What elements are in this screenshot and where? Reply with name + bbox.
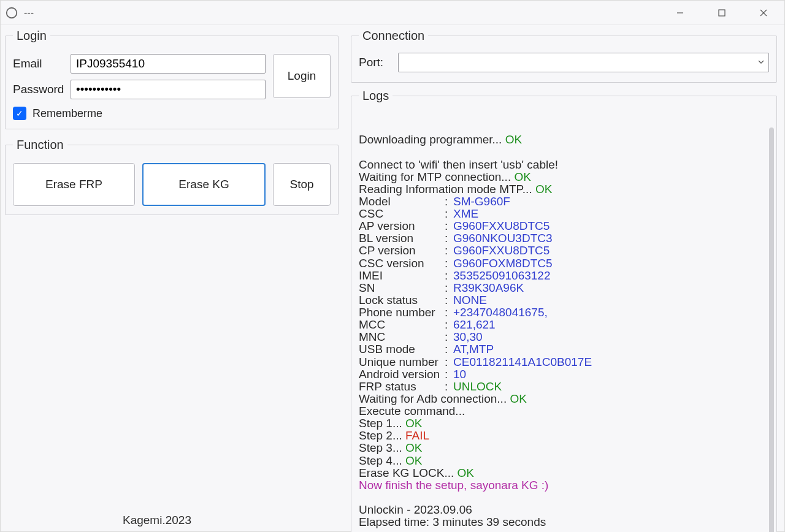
svg-rect-2	[719, 10, 725, 16]
log-line: Now finish the setup, sayonara KG :)	[359, 479, 767, 492]
log-line: SN: R39K30A96K	[359, 282, 767, 294]
log-line: Step 1... OK	[359, 417, 767, 430]
erase-kg-button[interactable]: Erase KG	[142, 163, 266, 206]
log-line: Reading Information mode MTP... OK	[359, 183, 767, 196]
right-column: Connection Port: Logs Downloading progra…	[351, 29, 781, 532]
log-line: Downloading programmer... OK	[359, 134, 767, 146]
log-line: Execute command...	[359, 405, 767, 417]
log-line: CSC: XME	[359, 208, 767, 220]
erase-frp-button[interactable]: Erase FRP	[13, 163, 135, 206]
remember-label: Rememberme	[33, 107, 102, 120]
logs-legend: Logs	[359, 89, 392, 103]
function-legend: Function	[13, 138, 67, 152]
logs-group: Logs Downloading programmer... OK Connec…	[351, 89, 777, 532]
connection-group: Connection Port:	[351, 29, 777, 83]
log-line	[359, 146, 767, 158]
log-line: Unlockin - 2023.09.06	[359, 504, 767, 516]
log-line: USB mode: AT,MTP	[359, 343, 767, 355]
email-input[interactable]	[71, 54, 266, 74]
content-area: Login Email Password Login	[1, 25, 784, 532]
window-title: ---	[24, 7, 34, 18]
email-label: Email	[13, 57, 64, 70]
log-line: Erase KG LOCK... OK	[359, 467, 767, 479]
stop-button[interactable]: Stop	[273, 163, 331, 206]
scrollbar[interactable]	[769, 127, 774, 532]
login-button[interactable]: Login	[273, 54, 331, 98]
minimize-button[interactable]	[659, 1, 701, 25]
log-line: AP version: G960FXXU8DTC5	[359, 220, 767, 232]
login-group: Login Email Password Login	[5, 29, 339, 129]
function-group: Function Erase FRP Erase KG Stop	[5, 138, 339, 215]
log-line: Step 3... OK	[359, 442, 767, 454]
log-line: BL version: G960NKOU3DTC3	[359, 232, 767, 245]
maximize-button[interactable]	[701, 1, 743, 25]
log-line: Waiting for Adb connection... OK	[359, 393, 767, 405]
log-line: Unique number: CE011821141A1C0B017E	[359, 356, 767, 368]
log-line	[359, 492, 767, 504]
left-column: Login Email Password Login	[1, 29, 339, 532]
app-window: --- Login Email	[0, 0, 785, 532]
connection-legend: Connection	[359, 29, 428, 43]
log-line: MCC: 621,621	[359, 319, 767, 331]
logs-output[interactable]: Downloading programmer... OK Connect to …	[359, 109, 774, 532]
log-line: Android version: 10	[359, 368, 767, 381]
log-line: CSC version: G960FOXM8DTC5	[359, 257, 767, 270]
log-line: MNC: 30,30	[359, 331, 767, 343]
password-label: Password	[13, 83, 64, 96]
log-line: IMEI: 353525091063122	[359, 270, 767, 282]
log-line: Waiting for MTP connection... OK	[359, 171, 767, 183]
password-input[interactable]	[71, 80, 266, 99]
footer-text: Kagemi.2023	[123, 514, 191, 527]
remember-checkbox[interactable]: ✓	[13, 107, 26, 120]
log-line: CP version: G960FXXU8DTC5	[359, 245, 767, 257]
log-line: Phone number: +2347048041675,	[359, 306, 767, 319]
chevron-down-icon	[757, 57, 765, 68]
window-controls	[659, 1, 784, 25]
log-line: FRP status: UNLOCK	[359, 381, 767, 393]
log-line: Model: SM-G960F	[359, 196, 767, 208]
close-button[interactable]	[743, 1, 784, 25]
log-line: Lock status: NONE	[359, 294, 767, 306]
login-legend: Login	[13, 29, 50, 43]
log-line: Elapsed time: 3 minutes 39 seconds	[359, 516, 767, 528]
log-line: Connect to 'wifi' then insert 'usb' cabl…	[359, 159, 767, 171]
port-label: Port:	[359, 56, 388, 69]
port-combobox[interactable]	[398, 53, 769, 72]
svg-point-0	[7, 7, 17, 18]
log-line: Step 4... OK	[359, 455, 767, 467]
app-icon	[3, 4, 20, 21]
remember-me-row[interactable]: ✓ Rememberme	[13, 107, 331, 120]
log-line: Step 2... FAIL	[359, 430, 767, 442]
title-bar: ---	[1, 1, 784, 25]
